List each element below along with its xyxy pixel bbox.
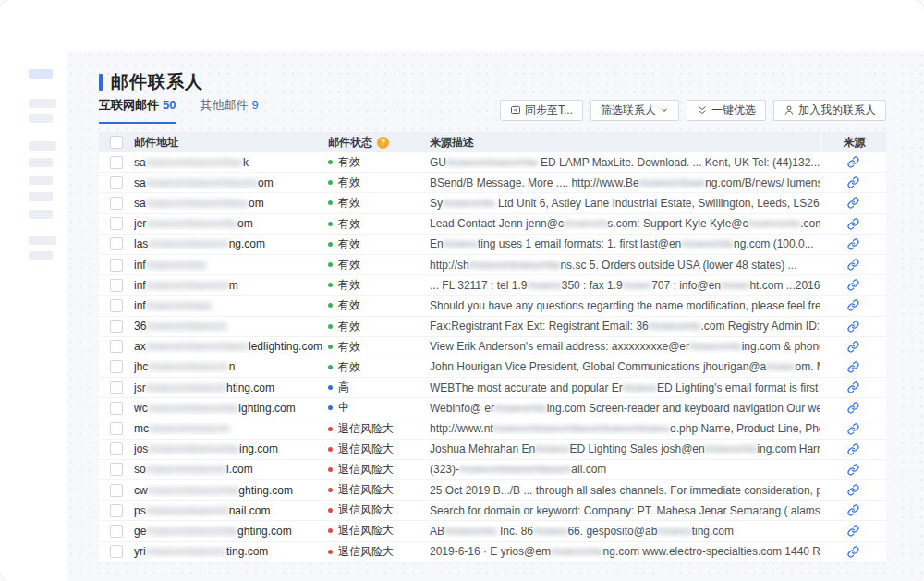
source-link-icon[interactable] xyxy=(847,402,859,414)
email-status-cell: 高 xyxy=(328,380,430,395)
source-description-cell: Joshua Mehrahan EnmowvxED Lighting Sales… xyxy=(430,442,820,455)
select-all-checkbox[interactable] xyxy=(110,136,123,149)
table-row[interactable]: mcmowvxmlowxvm 退信风险大 http://www.ntmowvxm… xyxy=(99,418,886,439)
email-address-cell: jermowvxmlowxvmlwom xyxy=(134,217,328,230)
one-click-optimize-button[interactable]: 一键优选 xyxy=(687,100,766,121)
row-checkbox[interactable] xyxy=(110,504,123,517)
sidebar-item[interactable] xyxy=(29,158,53,167)
row-checkbox[interactable] xyxy=(110,197,123,210)
table-row[interactable]: jermowvxmlowxvmlwom 有效 Lead Contact Jenn… xyxy=(99,214,886,235)
source-link-icon[interactable] xyxy=(847,197,859,209)
row-checkbox[interactable] xyxy=(110,381,123,394)
table-row[interactable]: somowvxmlowxvml.com 退信风险大 (323)-mowvxmlo… xyxy=(99,460,886,480)
table-row[interactable]: josmowvxmlowxvmlwing.com 退信风险大 Joshua Me… xyxy=(99,440,886,460)
source-link-icon[interactable] xyxy=(847,361,859,373)
email-status-cell: 退信风险大 xyxy=(328,442,430,457)
source-link-icon[interactable] xyxy=(847,464,859,476)
row-checkbox[interactable] xyxy=(110,463,123,476)
tab-internet-mail[interactable]: 互联网邮件50 xyxy=(99,97,176,124)
sidebar-item-active[interactable] xyxy=(29,69,53,79)
email-address-cell: samowvxmlowxvmlwoxmom xyxy=(134,176,328,189)
source-link-icon[interactable] xyxy=(847,321,859,333)
page-header: 邮件联系人 xyxy=(99,70,203,94)
row-checkbox[interactable] xyxy=(110,525,123,538)
sidebar-item[interactable] xyxy=(29,192,53,201)
source-link-icon[interactable] xyxy=(847,218,859,230)
email-status-cell: 有效 xyxy=(328,359,430,375)
source-link-icon[interactable] xyxy=(847,176,859,188)
table-row[interactable]: psmowvxmlowxvmlnail.com 退信风险大 Search for… xyxy=(99,501,886,521)
tab-other-mail[interactable]: 其他邮件9 xyxy=(200,97,258,124)
app-window: 邮件联系人 互联网邮件50 其他邮件9 同步至T... 筛选联系人 xyxy=(0,0,924,581)
row-checkbox[interactable] xyxy=(110,176,123,189)
sync-button[interactable]: 同步至T... xyxy=(500,100,583,121)
row-checkbox[interactable] xyxy=(110,442,123,455)
source-link-icon[interactable] xyxy=(847,259,859,271)
source-link-icon[interactable] xyxy=(847,299,859,311)
table-row[interactable]: infmowvxmlowxvmlm 有效 ... FL 32117 : tel … xyxy=(99,275,886,296)
email-status-cell: 有效 xyxy=(328,339,430,355)
table-row[interactable]: wcmowvxmlowxvmlwighting.com 中 Webinfo@ e… xyxy=(99,398,886,418)
row-checkbox[interactable] xyxy=(110,402,123,415)
source-link-icon[interactable] xyxy=(847,484,859,496)
row-checkbox[interactable] xyxy=(110,237,123,250)
email-address-cell: jhcmowvxmlowxvmn xyxy=(134,360,328,373)
source-link-icon[interactable] xyxy=(847,341,859,353)
status-dot xyxy=(328,303,333,308)
table-row[interactable]: axmowvxmlowxvmlwoxledlighting.com 有效 Vie… xyxy=(99,337,886,357)
sidebar-item[interactable] xyxy=(29,251,53,260)
sidebar-item[interactable] xyxy=(29,210,53,219)
table-row[interactable]: infmowvxmlowx 有效 Should you have any que… xyxy=(99,296,886,316)
row-checkbox[interactable] xyxy=(110,320,123,333)
source-link-icon[interactable] xyxy=(847,423,859,435)
row-checkbox[interactable] xyxy=(110,299,123,312)
source-description-cell: http://shmowvxmlowxvmlwns.sc 5. Orders o… xyxy=(430,259,820,272)
row-checkbox[interactable] xyxy=(110,360,123,373)
source-column-header: 来源 xyxy=(822,132,886,152)
source-link-icon[interactable] xyxy=(847,504,859,516)
table-row[interactable]: yrimowvxmlowxvmting.com 退信风险大 2019-6-16 … xyxy=(99,542,886,563)
source-link-icon[interactable] xyxy=(847,381,859,393)
source-link-icon[interactable] xyxy=(847,238,859,250)
help-icon[interactable]: ? xyxy=(377,137,389,149)
sidebar-item[interactable] xyxy=(29,114,53,123)
source-link-icon[interactable] xyxy=(847,443,859,455)
source-link-icon[interactable] xyxy=(847,156,859,168)
table-row[interactable]: jhcmowvxmlowxvmn 有效 John Hourigan Vice P… xyxy=(99,357,886,378)
table-row[interactable]: samowvxmlowxvmlwoxmom 有效 BSend/B Message… xyxy=(99,173,886,193)
sidebar-item[interactable] xyxy=(29,141,56,151)
table-row[interactable]: samowvxmlowxvmlwoxom 有效 Symowvxmlo Ltd U… xyxy=(99,193,886,213)
row-checkbox[interactable] xyxy=(110,217,123,230)
table-row[interactable]: samowvxmlowxvmlwok 有效 GUmowvxmlowxvmlw E… xyxy=(99,152,886,173)
email-address-cell: infmowvxmlow xyxy=(134,259,328,272)
source-description-cell: Should you have any questions regarding … xyxy=(430,299,820,312)
row-checkbox[interactable] xyxy=(110,340,123,353)
email-address-cell: samowvxmlowxvmlwok xyxy=(134,156,328,169)
filter-contacts-button[interactable]: 筛选联系人 xyxy=(590,100,679,121)
tab-label: 互联网邮件 xyxy=(99,98,159,112)
row-checkbox[interactable] xyxy=(110,545,123,558)
source-description-cell: ABmowvxmlo Inc. 86mowvx66. gesposito@abm… xyxy=(430,525,820,538)
status-dot xyxy=(328,222,333,226)
table-row[interactable]: cwmowvxmlowxvmlwghting.com 退信风险大 25 Oct … xyxy=(99,480,886,501)
row-checkbox[interactable] xyxy=(110,279,123,292)
table-row[interactable]: gemowvxmlowxvmlwghting.com 退信风险大 ABmowvx… xyxy=(99,521,886,541)
row-checkbox[interactable] xyxy=(110,156,123,169)
source-description-cell: WEBThe most accurate and popular Ermowvx… xyxy=(430,381,820,394)
row-checkbox[interactable] xyxy=(110,484,123,497)
row-checkbox[interactable] xyxy=(110,422,123,435)
source-link-icon[interactable] xyxy=(847,546,859,558)
table-header: 邮件地址 邮件状态? 来源描述 来源 xyxy=(99,132,886,152)
source-link-icon[interactable] xyxy=(847,525,859,537)
sidebar-item[interactable] xyxy=(29,236,56,245)
table-row[interactable]: jsrmowvxmlowxvmhting.com 高 WEBThe most a… xyxy=(99,378,886,398)
add-to-my-contacts-button[interactable]: 加入我的联系人 xyxy=(773,100,886,121)
table-row[interactable]: 36mowvxmlowxvm 有效 Fax:Registrant Fax Ext… xyxy=(99,317,886,337)
sidebar-item[interactable] xyxy=(29,99,56,108)
table-row[interactable]: lasmowvxmlowxvmng.com 有效 Enmowvxting use… xyxy=(99,235,886,255)
table-row[interactable]: infmowvxmlow 有效 http://shmowvxmlowxvmlwn… xyxy=(99,255,886,275)
main-panel: 邮件联系人 互联网邮件50 其他邮件9 同步至T... 筛选联系人 xyxy=(67,51,924,581)
sidebar-item[interactable] xyxy=(29,176,53,185)
row-checkbox[interactable] xyxy=(110,259,123,272)
source-link-icon[interactable] xyxy=(847,279,859,291)
